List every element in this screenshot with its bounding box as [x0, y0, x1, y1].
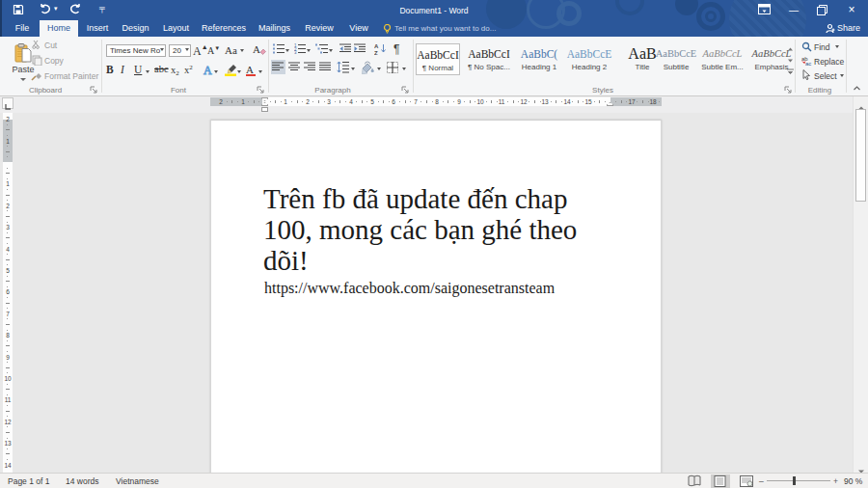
svg-text:A: A	[246, 64, 254, 75]
svg-text:ac: ac	[805, 61, 811, 66]
svg-text:3: 3	[294, 50, 297, 54]
svg-text:A: A	[253, 43, 260, 55]
svg-text:A: A	[203, 64, 212, 76]
svg-text:A: A	[374, 43, 379, 49]
svg-text:Z: Z	[374, 50, 378, 55]
